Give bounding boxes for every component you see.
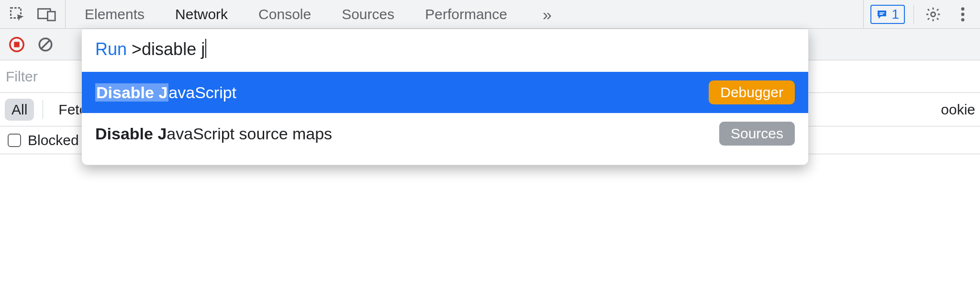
chip-all[interactable]: All <box>5 99 34 121</box>
more-menu-button[interactable] <box>952 6 973 23</box>
command-label: Disable JavaScript <box>95 83 236 102</box>
issues-badge[interactable]: 1 <box>870 5 905 24</box>
command-palette-input[interactable]: Run >disable j <box>82 29 808 72</box>
tabstrip-right-tools: 1 <box>863 0 980 28</box>
chip-cookies-partial[interactable]: ookie <box>941 102 975 118</box>
command-query: >disable j <box>132 39 206 59</box>
clear-icon <box>37 36 54 53</box>
chat-icon <box>876 9 888 20</box>
blocked-checkbox[interactable] <box>8 134 21 147</box>
tabstrip-left-tools <box>0 0 66 28</box>
record-button[interactable] <box>9 36 25 53</box>
tab-list: Elements Network Console Sources Perform… <box>66 0 863 28</box>
gear-icon <box>925 6 941 23</box>
tab-elements[interactable]: Elements <box>85 0 145 29</box>
text-caret <box>205 39 206 58</box>
svg-rect-3 <box>880 12 884 13</box>
tabs-overflow-icon[interactable]: » <box>538 0 552 29</box>
separator <box>913 5 914 24</box>
svg-rect-4 <box>880 14 883 15</box>
tab-sources[interactable]: Sources <box>342 0 394 29</box>
filter-input[interactable]: Filter <box>6 68 78 85</box>
svg-rect-2 <box>47 11 55 21</box>
clear-button[interactable] <box>37 36 54 53</box>
device-toolbar-icon[interactable] <box>37 7 56 22</box>
svg-point-8 <box>961 18 965 21</box>
svg-rect-10 <box>14 42 19 47</box>
settings-button[interactable] <box>923 6 944 23</box>
command-label: Disable JavaScript source maps <box>95 125 332 143</box>
command-item-disable-js-source-maps[interactable]: Disable JavaScript source maps Sources <box>82 113 808 154</box>
svg-point-7 <box>961 12 965 16</box>
tab-console[interactable]: Console <box>258 0 311 29</box>
run-prefix-label: Run <box>95 39 127 59</box>
issues-count: 1 <box>891 7 899 22</box>
panel-badge-sources: Sources <box>719 122 795 146</box>
svg-point-5 <box>931 12 935 16</box>
palette-bottom-spacer <box>82 154 808 165</box>
svg-line-12 <box>42 40 50 48</box>
command-item-disable-javascript[interactable]: Disable JavaScript Debugger <box>82 72 808 113</box>
kebab-icon <box>960 6 965 23</box>
blocked-label: Blocked <box>28 132 79 148</box>
command-palette: Run >disable j Disable JavaScript Debugg… <box>81 29 809 165</box>
tab-network[interactable]: Network <box>175 0 228 29</box>
devtools-tabstrip: Elements Network Console Sources Perform… <box>0 0 980 29</box>
svg-point-6 <box>961 7 965 11</box>
record-stop-icon <box>9 36 25 53</box>
inspect-element-icon[interactable] <box>9 6 26 23</box>
separator <box>43 100 43 119</box>
tab-performance[interactable]: Performance <box>425 0 507 29</box>
panel-badge-debugger: Debugger <box>709 80 795 104</box>
